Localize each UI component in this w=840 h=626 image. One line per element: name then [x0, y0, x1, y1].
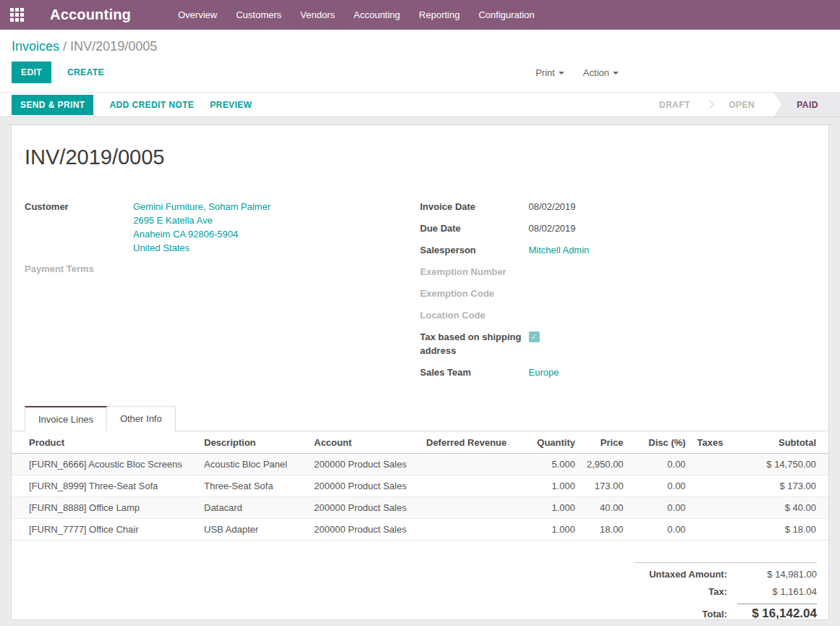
exemption-code-label: Exemption Code [420, 287, 529, 300]
tax-shipping-field: Tax based on shipping address ✓ [420, 330, 816, 358]
cell-quantity: 1.000 [513, 475, 581, 497]
menu-item-accounting[interactable]: Accounting [344, 0, 410, 30]
breadcrumb-separator: / [63, 39, 67, 54]
top-navbar: Accounting Overview Customers Vendors Ac… [0, 0, 840, 30]
cell-deferred-revenue [420, 475, 513, 497]
tax-shipping-checkbox[interactable]: ✓ [529, 331, 540, 342]
control-panel-right: Print Action [517, 67, 619, 78]
customer-label: Customer [25, 200, 133, 255]
invoice-date-field: Invoice Date 08/02/2019 [420, 200, 816, 213]
notebook: Invoice Lines Other Info Product Descrip… [12, 406, 828, 541]
cell-description: USB Adapter [198, 519, 308, 541]
send-and-print-button[interactable]: SEND & PRINT [12, 95, 93, 115]
salesperson-field: Salesperson Mitchell Admin [420, 243, 816, 257]
statusbar: SEND & PRINT ADD CREDIT NOTE PREVIEW DRA… [0, 92, 840, 117]
stage-open[interactable]: OPEN [711, 93, 772, 117]
customer-country[interactable]: United States [133, 241, 271, 255]
stage-draft[interactable]: DRAFT [642, 93, 708, 117]
cell-subtotal: $ 173.00 [759, 475, 828, 497]
breadcrumb: Invoices / INV/2019/0005 [12, 39, 828, 54]
menu-item-overview[interactable]: Overview [169, 0, 226, 30]
print-dropdown-button[interactable]: Print [535, 67, 564, 78]
tab-row: Invoice Lines Other Info [12, 406, 828, 431]
cell-subtotal: $ 40.00 [759, 497, 828, 519]
col-description[interactable]: Description [198, 431, 308, 454]
cell-disc: 0.00 [629, 519, 692, 541]
tax-row: Tax: $ 1,161.04 [635, 583, 817, 600]
table-row[interactable]: [FURN_7777] Office Chair USB Adapter 200… [12, 519, 828, 541]
edit-button[interactable]: EDIT [12, 62, 51, 83]
cell-disc: 0.00 [629, 497, 692, 519]
due-date-field: Due Date 08/02/2019 [420, 221, 816, 235]
col-account[interactable]: Account [308, 431, 420, 454]
stage-paid[interactable]: PAID [773, 93, 840, 117]
menu-item-reporting[interactable]: Reporting [410, 0, 469, 30]
fields-right-column: Invoice Date 08/02/2019 Due Date 08/02/2… [420, 200, 816, 387]
add-credit-note-button[interactable]: ADD CREDIT NOTE [109, 100, 194, 110]
cell-subtotal: $ 18.00 [759, 519, 828, 541]
cell-deferred-revenue [420, 497, 513, 519]
untaxed-amount-label: Untaxed Amount: [635, 569, 737, 580]
cell-product: [FURN_8999] Three-Seat Sofa [12, 475, 198, 497]
col-product[interactable]: Product [12, 431, 198, 454]
cell-description: Three-Seat Sofa [198, 475, 308, 497]
exemption-number-label: Exemption Number [420, 265, 529, 279]
total-label: Total: [635, 609, 737, 619]
table-row[interactable]: [FURN_8888] Office Lamp Datacard 200000 … [12, 497, 828, 519]
breadcrumb-parent-link[interactable]: Invoices [12, 39, 59, 54]
apps-menu-button[interactable] [0, 8, 35, 22]
cell-deferred-revenue [420, 454, 513, 475]
col-subtotal[interactable]: Subtotal [759, 431, 828, 454]
location-code-label: Location Code [420, 308, 529, 322]
print-label: Print [535, 67, 555, 78]
col-taxes[interactable]: Taxes [692, 431, 759, 454]
cell-deferred-revenue [420, 519, 513, 541]
fields-left-column: Customer Gemini Furniture, Soham Palmer … [25, 200, 420, 387]
table-row[interactable]: [FURN_8999] Three-Seat Sofa Three-Seat S… [12, 475, 828, 497]
cell-disc: 0.00 [629, 475, 692, 497]
control-buttons-row: EDIT CREATE Print Action [12, 62, 828, 92]
customer-street[interactable]: 2695 E Katella Ave [133, 213, 271, 227]
field-grid: Customer Gemini Furniture, Soham Palmer … [12, 169, 828, 387]
sales-team-link[interactable]: Europe [529, 365, 559, 379]
invoice-date-value: 08/02/2019 [529, 200, 576, 213]
customer-city[interactable]: Anaheim CA 92806-5904 [133, 227, 271, 241]
cell-taxes [692, 497, 759, 519]
caret-down-icon [613, 72, 619, 75]
preview-button[interactable]: PREVIEW [210, 100, 252, 110]
tab-other-info[interactable]: Other Info [106, 406, 176, 431]
cell-product: [FURN_6666] Acoustic Bloc Screens [12, 454, 198, 475]
cell-subtotal: $ 14,750.00 [759, 454, 828, 475]
menu-item-customers[interactable]: Customers [226, 0, 291, 30]
create-button[interactable]: CREATE [67, 67, 104, 77]
action-dropdown-button[interactable]: Action [583, 67, 619, 78]
cell-product: [FURN_8888] Office Lamp [12, 497, 198, 519]
col-disc[interactable]: Disc (%) [629, 431, 692, 454]
salesperson-link[interactable]: Mitchell Admin [529, 243, 590, 257]
customer-name-link[interactable]: Gemini Furniture, Soham Palmer [133, 200, 271, 213]
cell-price: 40.00 [581, 497, 629, 519]
total-value: $ 16,142.04 [737, 604, 817, 621]
cell-disc: 0.00 [629, 454, 692, 475]
cell-price: 2,950.00 [581, 454, 629, 475]
cell-taxes [692, 454, 759, 475]
table-header-row: Product Description Account Deferred Rev… [12, 431, 828, 454]
untaxed-amount-value: $ 14,981.00 [737, 569, 817, 580]
menu-item-configuration[interactable]: Configuration [469, 0, 543, 30]
sales-team-label: Sales Team [420, 365, 529, 379]
invoice-sheet: INV/2019/0005 Customer Gemini Furniture,… [11, 124, 829, 620]
control-panel: Invoices / INV/2019/0005 EDIT CREATE Pri… [0, 30, 840, 92]
col-price[interactable]: Price [581, 431, 629, 454]
app-title[interactable]: Accounting [50, 7, 131, 23]
tax-shipping-label: Tax based on shipping address [420, 330, 529, 358]
col-quantity[interactable]: Quantity [513, 431, 581, 454]
checkbox-check-icon: ✓ [531, 333, 537, 341]
total-row: Total: $ 16,142.04 [635, 600, 817, 624]
apps-grid-icon [10, 8, 24, 22]
menu-item-vendors[interactable]: Vendors [291, 0, 344, 30]
col-deferred-revenue[interactable]: Deferred Revenue [420, 431, 513, 454]
cell-quantity: 5.000 [513, 454, 581, 475]
table-row[interactable]: [FURN_6666] Acoustic Bloc Screens Acoust… [12, 454, 828, 475]
due-date-value: 08/02/2019 [529, 221, 576, 235]
tab-invoice-lines[interactable]: Invoice Lines [25, 406, 107, 431]
